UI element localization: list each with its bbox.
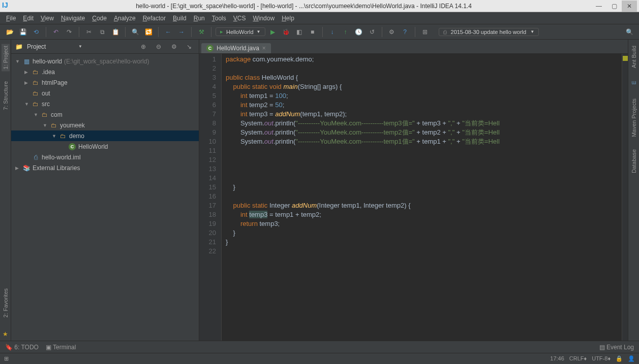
- status-time: 17:46: [550, 355, 564, 362]
- project-tree[interactable]: ▼▦hello-world (E:\git_work_space\hello-w…: [11, 54, 199, 341]
- line-gutter[interactable]: 12345678910111213141516171819202122: [199, 54, 222, 341]
- favorites-star-icon[interactable]: ★: [3, 330, 8, 338]
- debug-icon[interactable]: 🐞: [281, 26, 292, 38]
- right-gutter: Ant Build m Maven Projects Database: [628, 40, 639, 341]
- maven-projects-tab[interactable]: m: [630, 78, 638, 88]
- replace-icon[interactable]: 🔁: [143, 26, 154, 38]
- find-icon[interactable]: 🔍: [130, 26, 141, 38]
- open-icon[interactable]: 📂: [4, 26, 15, 38]
- status-bar: ⊞ 17:46 CRLF♦ UTF-8♦ 🔒 👤: [0, 353, 639, 364]
- status-hector-icon[interactable]: 👤: [628, 355, 635, 362]
- toolbar: 📂 💾 ⟲ ↶ ↷ ✂ ⧉ 📋 🔍 🔁 ← → ⚒ ▸HelloWorld▼ ▶…: [0, 24, 639, 40]
- menu-view[interactable]: View: [41, 15, 54, 22]
- database-tab[interactable]: Database: [630, 147, 638, 175]
- tab-helloworld[interactable]: C HelloWorld.java ×: [201, 43, 271, 53]
- tree-item-src[interactable]: ▼🗀src: [11, 98, 199, 109]
- menu-refactor[interactable]: Refactor: [143, 15, 166, 22]
- status-lock-icon[interactable]: 🔒: [616, 355, 623, 362]
- tree-item-external-libraries[interactable]: ▶📚External Libraries: [11, 162, 199, 173]
- tool-settings-icon[interactable]: ⚙: [168, 41, 179, 52]
- menu-edit[interactable]: Edit: [23, 15, 34, 22]
- tree-item--idea[interactable]: ▶🗀.idea: [11, 67, 199, 77]
- class-icon: C: [206, 45, 214, 52]
- tree-item-hello-world[interactable]: ▼▦hello-world (E:\git_work_space\hello-w…: [11, 56, 199, 67]
- vcs-commit-icon[interactable]: ↑: [340, 26, 351, 38]
- window-title: hello-world - [E:\git_work_space\hello-w…: [16, 3, 591, 10]
- titlebar: IJ hello-world - [E:\git_work_space\hell…: [0, 0, 639, 12]
- project-view-chevron-icon[interactable]: ▼: [78, 44, 82, 49]
- menu-navigate[interactable]: Navigate: [61, 15, 85, 22]
- build-icon[interactable]: ⚒: [196, 26, 207, 38]
- ant-build-tab[interactable]: Ant Build: [630, 44, 638, 70]
- code-editor[interactable]: package com.youmeek.demo; public class H…: [222, 54, 622, 341]
- tree-item-youmeek[interactable]: ▼🗀youmeek: [11, 120, 199, 130]
- copy-icon[interactable]: ⧉: [97, 26, 108, 38]
- status-line-sep[interactable]: CRLF♦: [569, 355, 587, 362]
- scroll-to-source-icon[interactable]: ⊕: [138, 41, 149, 52]
- project-view-icon[interactable]: 📁: [15, 43, 23, 50]
- tree-item-out[interactable]: 🗀out: [11, 88, 199, 98]
- tool-windows-icon[interactable]: ⊞: [4, 355, 9, 362]
- menu-code[interactable]: Code: [92, 15, 107, 22]
- settings-icon[interactable]: ⚙: [386, 26, 398, 38]
- status-encoding[interactable]: UTF-8♦: [592, 355, 611, 362]
- favorites-tool-tab[interactable]: 2: Favorites: [2, 286, 10, 319]
- back-icon[interactable]: ←: [163, 26, 174, 38]
- vcs-changelist-dropdown[interactable]: ⎙2015-08-30 update hello world▼: [439, 28, 539, 36]
- vcs-revert-icon[interactable]: ↺: [367, 26, 378, 38]
- sync-icon[interactable]: ⟲: [31, 26, 42, 38]
- stop-icon[interactable]: ■: [307, 26, 318, 38]
- run-config-dropdown[interactable]: ▸HelloWorld▼: [216, 27, 265, 36]
- structure-tool-tab[interactable]: 7: Structure: [2, 79, 10, 112]
- left-gutter: 1: Project 7: Structure 2: Favorites ★: [0, 40, 11, 341]
- cut-icon[interactable]: ✂: [83, 26, 95, 38]
- error-stripe[interactable]: [622, 54, 628, 341]
- redo-icon[interactable]: ↷: [64, 26, 75, 38]
- tree-item-demo[interactable]: ▼🗀demo: [11, 130, 199, 141]
- vcs-update-icon[interactable]: ↓: [327, 26, 338, 38]
- menu-vcs[interactable]: VCS: [233, 15, 246, 22]
- minimize-button[interactable]: —: [591, 1, 606, 12]
- editor-area: C HelloWorld.java × 12345678910111213141…: [199, 40, 628, 341]
- tree-item-helloworld[interactable]: CHelloWorld: [11, 141, 199, 152]
- warning-marker[interactable]: [623, 56, 628, 61]
- run-icon[interactable]: ▶: [267, 26, 279, 38]
- forward-icon[interactable]: →: [176, 26, 187, 38]
- help-icon[interactable]: ?: [400, 26, 411, 38]
- close-button[interactable]: ✕: [622, 1, 637, 12]
- tree-item-com[interactable]: ▼🗀com: [11, 109, 199, 120]
- structure-icon[interactable]: ⊞: [419, 26, 431, 38]
- event-log-tab[interactable]: ▤ Event Log: [599, 344, 634, 351]
- app-logo-icon: IJ: [2, 1, 12, 11]
- menubar: FileEditViewNavigateCodeAnalyzeRefactorB…: [0, 12, 639, 24]
- menu-analyze[interactable]: Analyze: [114, 15, 136, 22]
- tree-item-hello-world-iml[interactable]: ⎙hello-world.iml: [11, 152, 199, 162]
- todo-tab[interactable]: 🔖 6: TODO: [5, 344, 39, 351]
- menu-window[interactable]: Window: [253, 15, 275, 22]
- bottom-tool-tabs: 🔖 6: TODO ▣ Terminal ▤ Event Log: [0, 341, 639, 353]
- project-tool-window: 📁 Project ▼ ⊕ ⊖ ⚙ ↘ ▼▦hello-world (E:\gi…: [11, 40, 199, 341]
- tree-item-htmlpage[interactable]: ▶🗀htmlPage: [11, 77, 199, 88]
- terminal-tab[interactable]: ▣ Terminal: [46, 344, 76, 351]
- vcs-history-icon[interactable]: 🕓: [353, 26, 364, 38]
- collapse-all-icon[interactable]: ⊖: [153, 41, 164, 52]
- project-view-label[interactable]: Project: [27, 43, 74, 50]
- undo-icon[interactable]: ↶: [50, 26, 62, 38]
- coverage-icon[interactable]: ◧: [294, 26, 305, 38]
- maximize-button[interactable]: ▢: [606, 1, 622, 12]
- menu-help[interactable]: Help: [282, 15, 294, 22]
- search-everywhere-icon[interactable]: 🔍: [624, 26, 635, 38]
- menu-run[interactable]: Run: [194, 15, 205, 22]
- paste-icon[interactable]: 📋: [110, 26, 121, 38]
- maven-projects-label[interactable]: Maven Projects: [630, 96, 638, 139]
- menu-tools[interactable]: Tools: [212, 15, 226, 22]
- tab-label: HelloWorld.java: [217, 45, 259, 52]
- hide-tool-icon[interactable]: ↘: [184, 41, 195, 52]
- menu-file[interactable]: File: [6, 15, 16, 22]
- close-tab-icon[interactable]: ×: [262, 45, 266, 52]
- menu-build[interactable]: Build: [173, 15, 187, 22]
- save-icon[interactable]: 💾: [17, 26, 28, 38]
- project-tool-tab[interactable]: 1: Project: [2, 44, 10, 71]
